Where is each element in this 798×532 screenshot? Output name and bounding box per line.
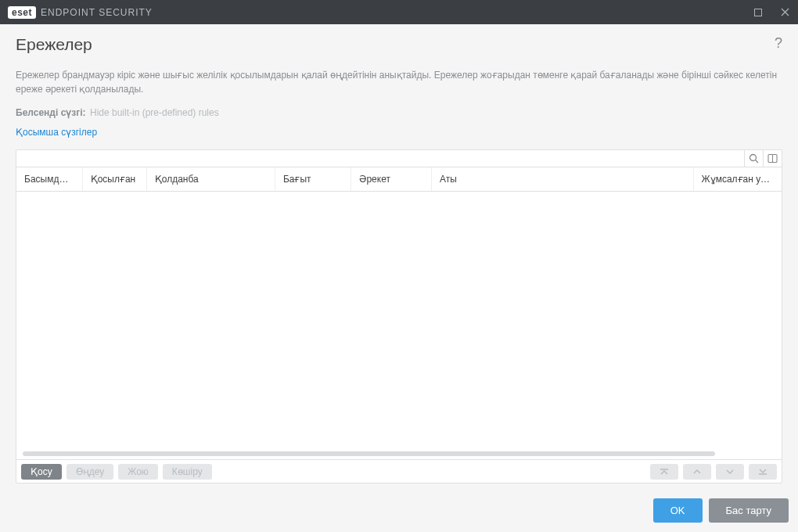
col-time[interactable]: Жұмсалған уақыт — [693, 167, 782, 192]
help-icon: ? — [775, 35, 782, 51]
active-filter-value: Hide built-in (pre-defined) rules — [90, 107, 219, 118]
rules-table: Басымдыл... Қосылған Қолданба Бағыт Әрек… — [16, 167, 782, 192]
brand-logo: eset ENDPOINT SECURITY — [8, 6, 153, 19]
svg-rect-0 — [755, 9, 762, 16]
chevron-top-icon — [660, 468, 669, 476]
brand-product: ENDPOINT SECURITY — [41, 7, 153, 18]
table-action-bar: Қосу Өңдеу Жою Көшіру — [16, 459, 782, 483]
page-title: Ережелер — [16, 35, 782, 54]
extra-filters-link[interactable]: Қосымша сүзгілер — [16, 127, 97, 138]
hscroll-thumb[interactable] — [23, 451, 715, 456]
edit-button: Өңдеу — [66, 464, 114, 480]
col-priority[interactable]: Басымдыл... — [16, 167, 82, 192]
help-button[interactable]: ? — [775, 35, 782, 52]
col-name[interactable]: Аты — [432, 167, 694, 192]
columns-button[interactable] — [763, 150, 782, 167]
copy-button: Көшіру — [163, 464, 212, 480]
delete-button: Жою — [118, 464, 158, 480]
add-button[interactable]: Қосу — [21, 464, 62, 480]
ok-button[interactable]: OK — [653, 498, 703, 523]
search-icon — [749, 153, 759, 164]
active-filter-label: Белсенді сүзгі: — [16, 107, 86, 118]
maximize-button[interactable] — [745, 0, 771, 24]
col-enabled[interactable]: Қосылған — [82, 167, 146, 192]
chevron-up-icon — [692, 469, 702, 475]
chevron-bottom-icon — [758, 468, 767, 476]
table-body[interactable] — [16, 192, 782, 448]
move-bottom-button — [749, 464, 777, 480]
col-action[interactable]: Әрекет — [351, 167, 432, 192]
chevron-down-icon — [725, 469, 735, 475]
table-header-row: Басымдыл... Қосылған Қолданба Бағыт Әрек… — [16, 167, 782, 192]
title-bar: eset ENDPOINT SECURITY — [0, 0, 798, 24]
active-filter: Белсенді сүзгі: Hide built-in (pre-defin… — [16, 107, 782, 118]
table-toolbar — [16, 150, 782, 167]
dialog-footer: OK Бас тарту — [653, 498, 789, 523]
page-description: Ережелер брандмауэр кіріс және шығыс жел… — [16, 68, 782, 96]
cancel-button[interactable]: Бас тарту — [709, 498, 789, 523]
search-button[interactable] — [744, 150, 763, 167]
col-direction[interactable]: Бағыт — [275, 167, 350, 192]
extra-filters: Қосымша сүзгілер — [16, 124, 782, 138]
rules-table-container: Басымдыл... Қосылған Қолданба Бағыт Әрек… — [16, 149, 782, 483]
svg-point-1 — [750, 155, 757, 161]
table-hscrollbar[interactable] — [16, 448, 782, 459]
maximize-icon — [754, 9, 762, 16]
columns-icon — [767, 153, 778, 164]
col-application[interactable]: Қолданба — [146, 167, 275, 192]
close-icon — [781, 8, 789, 16]
brand-short: eset — [8, 6, 36, 19]
table-body-empty — [16, 192, 782, 448]
move-up-button — [683, 464, 711, 480]
move-top-button — [650, 464, 678, 480]
window-controls — [745, 0, 798, 24]
move-down-button — [716, 464, 744, 480]
page-content: Ережелер ? Ережелер брандмауэр кіріс жән… — [0, 24, 798, 532]
close-button[interactable] — [771, 0, 798, 24]
